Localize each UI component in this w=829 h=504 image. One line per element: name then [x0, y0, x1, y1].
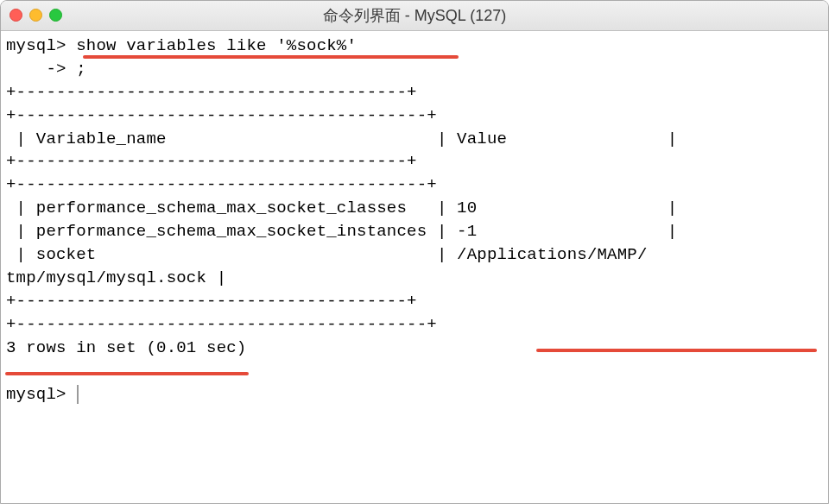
cursor — [77, 385, 79, 404]
result-footer: 3 rows in set (0.01 sec) — [6, 338, 246, 357]
table-header: | Variable_name | Value | — [6, 129, 677, 148]
highlight-underline — [83, 55, 459, 59]
table-border: +---------------------------------------… — [6, 175, 437, 194]
table-row: | performance_schema_max_socket_classes … — [6, 198, 677, 217]
table-row: | performance_schema_max_socket_instance… — [6, 222, 677, 241]
table-row: | socket | /Applications/MAMP/ — [6, 245, 648, 264]
terminal-window: 命令列界面 - MySQL (127) mysql> show variable… — [0, 0, 829, 504]
window-title: 命令列界面 - MySQL (127) — [1, 5, 828, 26]
table-border: +---------------------------------------… — [6, 292, 417, 311]
prompt: mysql> — [6, 385, 76, 404]
highlight-underline — [5, 372, 249, 375]
highlight-underline — [536, 349, 817, 352]
table-border: +---------------------------------------… — [6, 152, 417, 171]
sql-command: show variables like '%sock%' — [76, 36, 357, 55]
continuation-line: -> ; — [6, 60, 86, 79]
table-row-wrap: tmp/mysql/mysql.sock | — [6, 268, 226, 287]
table-border: +---------------------------------------… — [6, 315, 437, 334]
titlebar[interactable]: 命令列界面 - MySQL (127) — [1, 1, 828, 31]
table-border: +---------------------------------------… — [6, 83, 417, 102]
table-border: +---------------------------------------… — [6, 106, 437, 125]
terminal-content[interactable]: mysql> show variables like '%sock%' -> ;… — [1, 31, 828, 503]
prompt: mysql> — [6, 36, 76, 55]
